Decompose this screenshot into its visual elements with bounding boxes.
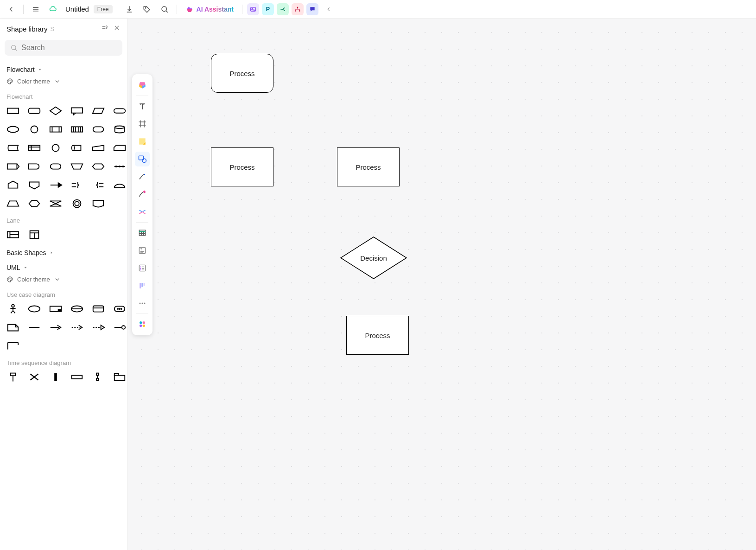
tag-button[interactable]	[140, 2, 154, 17]
sync-status-icon[interactable]	[46, 2, 61, 17]
ai-assistant-label: AI Assistant	[197, 6, 234, 13]
svg-rect-9	[297, 6, 298, 7]
separator	[23, 5, 24, 14]
tool-chip-connector[interactable]	[277, 3, 289, 15]
top-bar: Untitled Free AI Assistant P	[0, 0, 756, 19]
tool-chip-image[interactable]	[247, 3, 259, 15]
download-button[interactable]	[122, 2, 137, 17]
plan-badge: Free	[94, 5, 113, 13]
separator	[242, 5, 242, 14]
svg-line-5	[166, 11, 167, 12]
svg-point-4	[162, 6, 167, 12]
tool-chip-p[interactable]: P	[262, 3, 274, 15]
ai-assistant-button[interactable]: AI Assistant	[182, 5, 237, 13]
tool-chip-hierarchy[interactable]	[292, 3, 304, 15]
svg-point-3	[145, 7, 146, 8]
document-title[interactable]: Untitled	[64, 5, 91, 13]
back-button[interactable]	[4, 2, 19, 17]
menu-button[interactable]	[28, 2, 43, 17]
tool-chip-chat[interactable]	[306, 3, 318, 15]
collapse-toolbar-button[interactable]	[321, 2, 336, 17]
topbar-search-button[interactable]	[157, 2, 172, 17]
svg-rect-10	[295, 10, 296, 11]
separator	[177, 5, 177, 14]
svg-rect-11	[299, 10, 300, 11]
